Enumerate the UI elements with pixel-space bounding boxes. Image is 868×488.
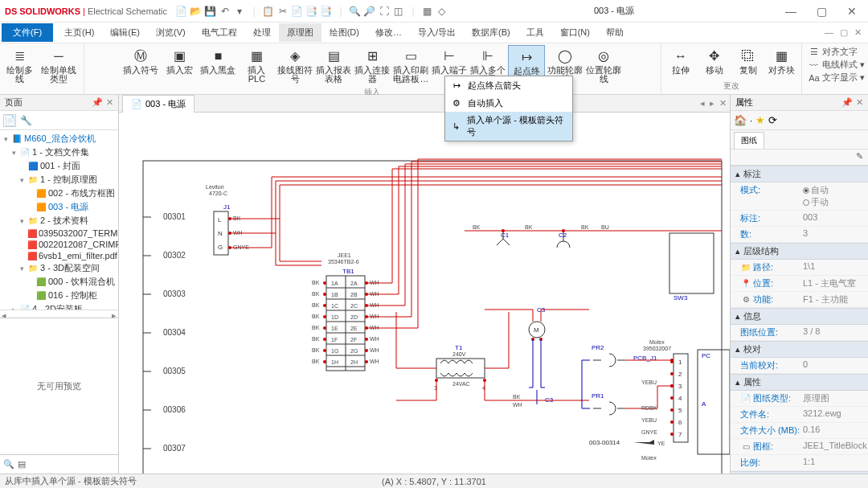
qat-paste-icon[interactable]: 📄	[291, 5, 304, 18]
tab-pages-icon[interactable]: 📄	[3, 114, 16, 127]
prop-row-1-0[interactable]: 📁路径:1\1	[731, 260, 868, 276]
prop-row-4-0[interactable]: 📄图纸类型:原理图	[731, 391, 868, 407]
menu-item-4[interactable]: 处理	[245, 23, 279, 42]
active-doc-tab[interactable]: 📄 003 - 电源	[122, 95, 194, 113]
tree-node-13[interactable]: ▸📄4 - 2D安装板	[0, 302, 118, 310]
tree-node-3[interactable]: ▾📁1 - 控制原理图	[0, 173, 118, 187]
tab-components-icon[interactable]: 🔧	[19, 114, 32, 127]
ribbon-modify-3[interactable]: ▦对齐块	[766, 45, 798, 76]
tree-node-4[interactable]: 🟧002 - 布线方框图	[0, 187, 118, 200]
prop-group-2[interactable]: ▴信息	[731, 308, 868, 325]
maximize-button[interactable]: ▢	[810, 5, 833, 18]
tree-node-0[interactable]: ▾📘M660_混合冷饮机	[0, 132, 118, 146]
search-icon[interactable]: 🔍	[3, 459, 14, 470]
ribbon-modify-2[interactable]: ⿻复制	[732, 45, 764, 76]
props-pin-icon[interactable]: 📌	[841, 97, 853, 108]
prop-group-0[interactable]: ▴标注	[731, 166, 868, 182]
ribbon-insert-12[interactable]: ◎位置轮廓线	[585, 45, 622, 85]
ribbon-insert-8[interactable]: ⊢插入端子	[431, 45, 468, 76]
tree-node-1[interactable]: ▾📄1 - 文档文件集	[0, 146, 118, 159]
prop-group-4[interactable]: ▴属性	[731, 374, 868, 391]
dropdown-item-0[interactable]: ↦起点终点箭头	[445, 76, 572, 94]
minimize-button[interactable]: —	[780, 5, 802, 18]
properties-edit-icon[interactable]: ✎	[856, 151, 863, 163]
menu-item-2[interactable]: 浏览(V)	[148, 23, 194, 42]
menu-file[interactable]: 文件(F)	[2, 23, 53, 42]
prop-row-4-3[interactable]: ▭图框:JEE1_TitleBlock	[731, 439, 868, 455]
ribbon-text-display[interactable]: Aa文字显示 ▾	[809, 72, 865, 84]
menu-item-7[interactable]: 修改…	[367, 23, 410, 42]
qat-zoom-in-icon[interactable]: 🔍	[349, 5, 362, 18]
dropdown-item-2[interactable]: ↳插入单个源 - 模板箭头符号	[445, 112, 572, 141]
tree-node-5[interactable]: 🟧003 - 电源	[0, 200, 118, 214]
ribbon-draw-multiline[interactable]: ≣绘制多线	[3, 45, 35, 85]
qat-zoom-fit-icon[interactable]: ⛶	[378, 5, 391, 18]
prop-row-2-0[interactable]: 图纸位置:3 / 8	[731, 325, 868, 341]
panel-close-icon[interactable]: ✕	[106, 97, 113, 108]
subwin-close-icon[interactable]: ✕	[854, 27, 862, 38]
menu-item-3[interactable]: 电气工程	[194, 23, 245, 42]
qat-cut-icon[interactable]: ✂	[276, 5, 289, 18]
qat-doc1-icon[interactable]: 📑	[305, 5, 318, 18]
tree-node-12[interactable]: 🟩016 - 控制柜	[0, 289, 118, 302]
menu-item-12[interactable]: 帮助	[598, 23, 632, 42]
menu-item-9[interactable]: 数据库(B)	[464, 23, 518, 42]
tree-node-10[interactable]: ▾📁3 - 3D配装空间	[0, 261, 118, 275]
qat-dropdown-icon[interactable]: ▾	[233, 5, 246, 18]
qat-zoom-out-icon[interactable]: 🔎	[363, 5, 376, 18]
menu-item-10[interactable]: 工具	[518, 23, 552, 42]
tree-node-9[interactable]: 🟥6vsb1_emi_filter.pdf	[0, 250, 118, 261]
panel-pin-icon[interactable]: 📌	[92, 97, 103, 108]
ribbon-insert-0[interactable]: Ⓜ插入符号	[122, 45, 159, 76]
tab-prev-icon[interactable]: ◂	[700, 98, 705, 109]
ribbon-insert-6[interactable]: ⊞插入连接器	[354, 45, 391, 85]
ribbon-insert-5[interactable]: ▤插入报表表格	[315, 45, 352, 85]
filter-icon[interactable]: ▤	[18, 459, 26, 470]
qat-snap-icon[interactable]: ◇	[436, 5, 448, 18]
prop-row-4-1[interactable]: 文件名:3212.ewg	[731, 407, 868, 423]
menu-item-1[interactable]: 编辑(E)	[102, 23, 148, 42]
tree-node-7[interactable]: 🟥0395032007_TERMINA	[0, 228, 118, 239]
prop-row-4-2[interactable]: 文件大小 (MB):0.16	[731, 423, 868, 439]
menu-item-0[interactable]: 主页(H)	[56, 23, 102, 42]
schematic-canvas[interactable]: 00301003020030300304003050030600307 Levi…	[119, 113, 730, 474]
ribbon-insert-3[interactable]: ▦插入 PLC	[238, 45, 275, 85]
ribbon-align-text[interactable]: ☰对齐文字	[809, 46, 865, 58]
tree-node-2[interactable]: 🟦001 - 封面	[0, 159, 118, 173]
menu-item-5[interactable]: 原理图	[279, 23, 321, 42]
ribbon-modify-0[interactable]: ↔拉伸	[665, 45, 697, 76]
dropdown-item-1[interactable]: ⚙自动插入	[445, 94, 572, 112]
prop-row-0-1[interactable]: 标注:003	[731, 211, 868, 227]
prop-row-0-0[interactable]: 模式:自动手动	[731, 182, 868, 211]
subwin-max-icon[interactable]: ▢	[840, 27, 848, 38]
qat-undo-icon[interactable]: ↶	[219, 5, 231, 18]
menu-item-8[interactable]: 导入/导出	[410, 23, 464, 42]
tab-next-icon[interactable]: ▸	[710, 98, 714, 109]
ribbon-insert-2[interactable]: ■插入黑盒	[199, 45, 236, 76]
tree-scroll-right-icon[interactable]: ▸	[112, 310, 117, 318]
tab-close-icon[interactable]: ✕	[719, 98, 727, 109]
ribbon-modify-1[interactable]: ✥移动	[698, 45, 731, 76]
prop-group-1[interactable]: ▴层级结构	[731, 243, 868, 260]
prop-row-0-2[interactable]: 数:3	[731, 227, 868, 243]
prop-row-3-0[interactable]: 当前校对:0	[731, 358, 868, 374]
ribbon-insert-4[interactable]: ◈接线图符号	[276, 45, 313, 85]
qat-zoom-sel-icon[interactable]: ◫	[392, 5, 405, 18]
props-close-icon[interactable]: ✕	[856, 97, 863, 108]
prop-row-1-2[interactable]: ⚙功能:F1 - 主功能	[731, 292, 868, 308]
qat-save-icon[interactable]: 💾	[204, 5, 217, 18]
tree-node-8[interactable]: 🟥0022012087_CRIMP_H	[0, 239, 118, 250]
properties-tab-sheet[interactable]: 图纸	[734, 132, 764, 149]
prop-home-icon[interactable]: 🏠	[734, 114, 747, 126]
qat-open-icon[interactable]: 📂	[190, 5, 203, 18]
ribbon-draw-single-type[interactable]: ─绘制单线类型	[37, 45, 80, 85]
menu-item-6[interactable]: 绘图(D)	[321, 23, 367, 42]
close-button[interactable]: ✕	[841, 5, 863, 18]
ribbon-insert-1[interactable]: ▣插入宏	[161, 45, 198, 76]
qat-new-icon[interactable]: 📄	[175, 5, 188, 18]
tree-node-11[interactable]: 🟩000 - 饮料混合机	[0, 275, 118, 289]
tree-node-6[interactable]: ▾📁2 - 技术资料	[0, 214, 118, 228]
prop-group-3[interactable]: ▴校对	[731, 341, 868, 358]
qat-copy-icon[interactable]: 📋	[262, 5, 275, 18]
prop-fav-icon[interactable]: ★	[755, 114, 765, 126]
